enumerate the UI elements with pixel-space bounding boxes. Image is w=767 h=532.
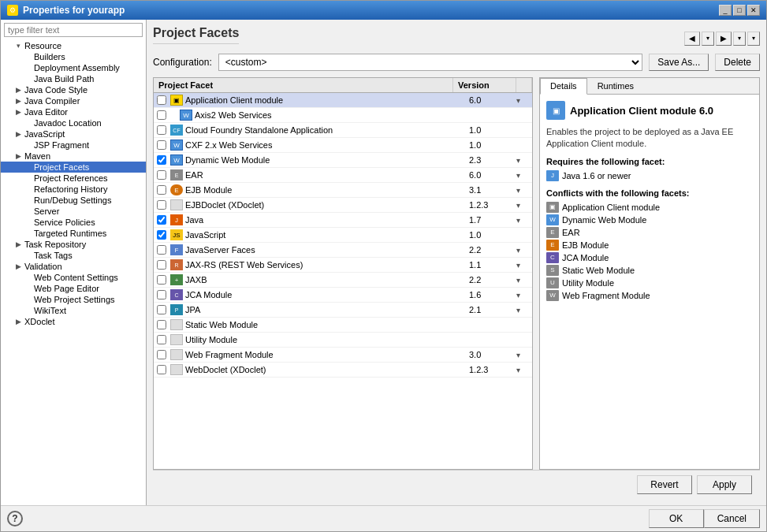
table-row[interactable]: E EJB Module 3.1 ▾ (154, 183, 532, 198)
sidebar-item-task-repository[interactable]: ▶ Task Repository (1, 239, 146, 250)
apply-button[interactable]: Apply (697, 475, 752, 494)
facet-version-dropdown[interactable]: ▾ (516, 291, 532, 299)
facet-checkbox-container (154, 170, 169, 180)
sidebar-item-validation[interactable]: ▶ Validation (1, 261, 146, 272)
history-dropdown[interactable]: ▾ (747, 32, 760, 46)
sidebar-item-xdoclet[interactable]: ▶ XDoclet (1, 316, 146, 327)
facet-checkbox[interactable] (157, 275, 166, 285)
facet-version-dropdown[interactable]: ▾ (516, 186, 532, 195)
minimize-button[interactable]: _ (719, 5, 732, 16)
sidebar-item-java-compiler[interactable]: ▶ Java Compiler (1, 95, 146, 106)
sidebar-item-task-tags[interactable]: Task Tags (1, 250, 146, 261)
facet-icon (169, 333, 184, 346)
sidebar-item-web-page-editor[interactable]: Web Page Editor (1, 283, 146, 294)
sidebar-item-project-facets[interactable]: Project Facets (1, 162, 146, 173)
facet-version-dropdown[interactable]: ▾ (516, 276, 532, 285)
filter-input[interactable] (4, 23, 143, 37)
table-row[interactable]: W CXF 2.x Web Services 1.0 (154, 138, 532, 153)
facet-version-dropdown[interactable]: ▾ (516, 216, 532, 225)
facet-checkbox[interactable] (157, 350, 166, 359)
facet-checkbox[interactable] (157, 290, 166, 299)
facet-version-dropdown[interactable]: ▾ (516, 156, 532, 165)
table-row[interactable]: P JPA 2.1 ▾ (154, 303, 532, 318)
sidebar-item-run-debug-settings[interactable]: Run/Debug Settings (1, 195, 146, 206)
back-button[interactable]: ◀ (684, 32, 700, 46)
facet-checkbox[interactable] (157, 305, 166, 314)
tab-runtimes[interactable]: Runtimes (587, 78, 644, 94)
sidebar-item-javadoc-location[interactable]: Javadoc Location (1, 117, 146, 128)
table-row[interactable]: C JCA Module 1.6 ▾ (154, 288, 532, 303)
facet-checkbox[interactable] (157, 335, 166, 344)
sidebar-item-maven[interactable]: ▶ Maven (1, 151, 146, 162)
delete-button[interactable]: Delete (715, 54, 760, 71)
sidebar-item-label: Maven (24, 151, 50, 161)
facet-checkbox[interactable] (157, 95, 166, 105)
facet-checkbox[interactable] (157, 215, 166, 225)
table-row[interactable]: W Axis2 Web Services (154, 108, 532, 123)
save-as-button[interactable]: Save As... (649, 54, 709, 71)
help-button[interactable]: ? (7, 511, 23, 526)
back-dropdown[interactable]: ▾ (702, 32, 714, 46)
table-row[interactable]: JS JavaScript 1.0 (154, 228, 532, 243)
facet-checkbox[interactable] (157, 170, 166, 180)
table-row[interactable]: Utility Module (154, 333, 532, 348)
sidebar-item-service-policies[interactable]: Service Policies (1, 217, 146, 228)
table-row[interactable]: E EAR 6.0 ▾ (154, 168, 532, 183)
facet-checkbox[interactable] (157, 140, 166, 150)
sidebar-item-wikitext[interactable]: WikiText (1, 305, 146, 316)
conflict-icon: E (546, 227, 559, 238)
sidebar-item-refactoring-history[interactable]: Refactoring History (1, 184, 146, 195)
facet-checkbox[interactable] (157, 155, 166, 165)
facet-checkbox[interactable] (157, 200, 166, 210)
cancel-button[interactable]: Cancel (704, 509, 760, 528)
tab-details[interactable]: Details (540, 78, 587, 95)
table-row[interactable]: + JAXB 2.2 ▾ (154, 273, 532, 288)
table-row[interactable]: Static Web Module (154, 318, 532, 333)
table-row[interactable]: ▣ Application Client module 6.0 ▾ (154, 93, 532, 108)
facet-checkbox[interactable] (157, 245, 166, 255)
sidebar-item-java-build-path[interactable]: Java Build Path (1, 73, 146, 84)
facet-version-dropdown[interactable]: ▾ (516, 261, 532, 270)
table-row[interactable]: Web Fragment Module 3.0 ▾ (154, 348, 532, 363)
facet-version-dropdown[interactable]: ▾ (516, 351, 532, 359)
facet-version-dropdown[interactable]: ▾ (516, 201, 532, 210)
table-row[interactable]: WebDoclet (XDoclet) 1.2.3 ▾ (154, 363, 532, 378)
table-row[interactable]: F JavaServer Faces 2.2 ▾ (154, 243, 532, 258)
table-row[interactable]: CF Cloud Foundry Standalone Application … (154, 123, 532, 138)
revert-button[interactable]: Revert (637, 475, 692, 494)
sidebar-item-web-content-settings[interactable]: Web Content Settings (1, 272, 146, 283)
facet-checkbox[interactable] (157, 125, 166, 135)
facet-checkbox[interactable] (157, 185, 166, 195)
sidebar-item-project-references[interactable]: Project References (1, 173, 146, 184)
close-button[interactable]: ✕ (747, 5, 760, 16)
sidebar-item-java-editor[interactable]: ▶ Java Editor (1, 106, 146, 117)
facet-checkbox[interactable] (157, 365, 166, 374)
facet-version-dropdown[interactable]: ▾ (516, 96, 532, 105)
sidebar-item-web-project-settings[interactable]: Web Project Settings (1, 294, 146, 305)
facet-version-dropdown[interactable]: ▾ (516, 246, 532, 255)
sidebar-item-deployment-assembly[interactable]: Deployment Assembly (1, 62, 146, 73)
sidebar-item-resource[interactable]: ▾ Resource (1, 40, 146, 51)
facet-checkbox[interactable] (157, 230, 166, 240)
sidebar-item-javascript[interactable]: ▶ JavaScript (1, 128, 146, 140)
facet-checkbox[interactable] (157, 110, 166, 120)
facet-version-dropdown[interactable]: ▾ (516, 306, 532, 314)
sidebar-item-server[interactable]: Server (1, 206, 146, 217)
ok-button[interactable]: OK (649, 509, 704, 528)
facet-checkbox[interactable] (157, 320, 166, 329)
table-row[interactable]: W Dynamic Web Module 2.3 ▾ (154, 153, 532, 168)
sidebar-item-java-code-style[interactable]: ▶ Java Code Style (1, 84, 146, 95)
table-row[interactable]: EJBDoclet (XDoclet) 1.2.3 ▾ (154, 198, 532, 213)
sidebar-item-builders[interactable]: Builders (1, 51, 146, 62)
sidebar-item-jsp-fragment[interactable]: JSP Fragment (1, 140, 146, 151)
table-row[interactable]: J Java 1.7 ▾ (154, 213, 532, 228)
forward-button[interactable]: ▶ (716, 32, 732, 46)
maximize-button[interactable]: □ (733, 5, 746, 16)
sidebar-item-targeted-runtimes[interactable]: Targeted Runtimes (1, 228, 146, 239)
facet-version-dropdown[interactable]: ▾ (516, 171, 532, 180)
facet-checkbox[interactable] (157, 260, 166, 270)
forward-dropdown[interactable]: ▾ (733, 32, 746, 46)
config-select[interactable]: <custom> (218, 54, 643, 71)
facet-version-dropdown[interactable]: ▾ (516, 366, 532, 374)
table-row[interactable]: R JAX-RS (REST Web Services) 1.1 ▾ (154, 258, 532, 273)
